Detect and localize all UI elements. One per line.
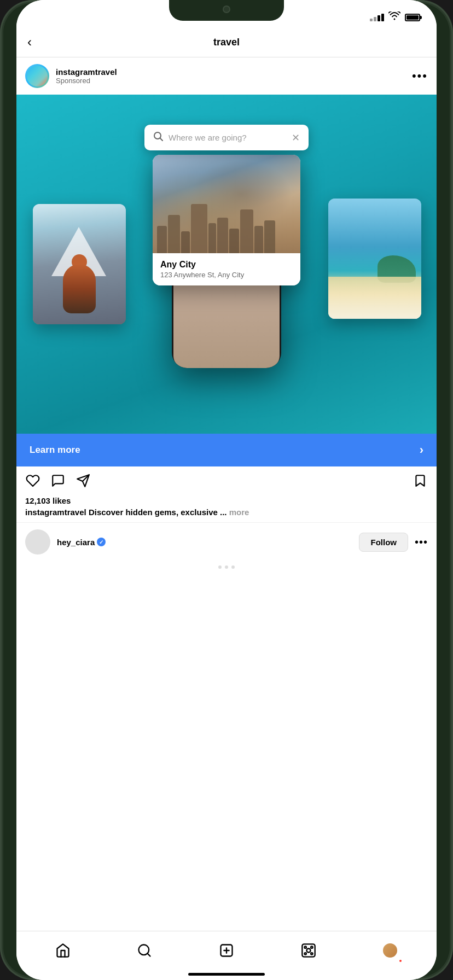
status-icons <box>370 11 420 23</box>
post-header: instagramtravel Sponsored ••• <box>16 57 437 95</box>
svg-point-10 <box>304 946 306 948</box>
post-image: Any City 123 Anywhere St, Any City Where… <box>16 95 437 434</box>
post-sponsored: Sponsored <box>56 77 412 85</box>
post-caption: instagramtravel Discover hidden gems, ex… <box>25 508 428 517</box>
post-username[interactable]: instagramtravel <box>56 67 412 77</box>
wifi-icon <box>388 11 400 23</box>
post-actions <box>16 466 437 495</box>
profile-avatar <box>382 942 398 959</box>
city-name: Any City <box>160 260 293 270</box>
nav-home[interactable] <box>49 937 77 964</box>
avatar <box>25 64 49 88</box>
svg-point-12 <box>304 953 306 955</box>
nav-profile[interactable] <box>376 937 404 964</box>
suggested-avatar <box>25 529 50 555</box>
nav-reels[interactable] <box>295 937 322 964</box>
phone-screen: ‹ travel instagramtravel Sponsored ••• <box>16 0 437 980</box>
comment-button[interactable] <box>50 473 66 488</box>
notch <box>169 0 284 21</box>
more-options-button[interactable]: ••• <box>415 536 428 549</box>
page-title: travel <box>213 37 240 48</box>
city-image <box>153 155 300 253</box>
learn-more-button[interactable]: Learn more › <box>16 434 437 466</box>
svg-rect-8 <box>302 944 315 956</box>
post-info: 12,103 likes instagramtravel Discover hi… <box>16 495 437 522</box>
phone-frame: ‹ travel instagramtravel Sponsored ••• <box>0 0 453 980</box>
svg-line-4 <box>148 953 150 956</box>
nav-header: ‹ travel <box>16 27 437 57</box>
dot-3 <box>231 565 235 569</box>
suggested-info: hey_ciara ✓ <box>57 538 359 547</box>
nav-search[interactable] <box>131 937 158 964</box>
clear-search-icon[interactable]: ✕ <box>292 132 300 144</box>
like-button[interactable] <box>25 473 40 488</box>
svg-point-11 <box>311 946 313 948</box>
learn-more-arrow-icon: › <box>420 443 423 457</box>
city-address: 123 Anywhere St, Any City <box>160 271 293 279</box>
caption-more[interactable]: more <box>227 508 249 517</box>
nav-add[interactable] <box>213 937 240 964</box>
search-icon <box>153 131 163 144</box>
profile-notification-dot <box>398 959 403 963</box>
suggested-user: hey_ciara ✓ Follow ••• <box>16 522 437 561</box>
dot-2 <box>225 565 228 569</box>
verified-badge: ✓ <box>97 538 106 546</box>
travel-card-left <box>33 204 126 324</box>
signal-icon <box>370 14 384 21</box>
follow-button[interactable]: Follow <box>359 533 408 552</box>
svg-point-9 <box>306 948 310 952</box>
card-info: Any City 123 Anywhere St, Any City <box>153 253 300 285</box>
battery-icon <box>405 14 420 21</box>
post-user-info: instagramtravel Sponsored <box>56 67 412 85</box>
dots-row <box>16 561 437 573</box>
likes-count: 12,103 likes <box>25 496 428 505</box>
bookmark-button[interactable] <box>413 473 428 488</box>
svg-point-0 <box>154 132 161 139</box>
suggested-username[interactable]: hey_ciara ✓ <box>57 538 359 547</box>
learn-more-label: Learn more <box>30 445 80 456</box>
share-button[interactable] <box>76 473 91 488</box>
travel-card-right <box>328 199 421 319</box>
post-more-button[interactable]: ••• <box>412 69 428 83</box>
camera <box>223 5 230 13</box>
caption-username[interactable]: instagramtravel <box>25 508 86 517</box>
caption-text: Discover hidden gems, exclusive ... <box>86 508 227 517</box>
action-icons-left <box>25 473 91 488</box>
search-bar[interactable]: Where we are going? ✕ <box>144 125 309 150</box>
home-indicator <box>188 973 265 976</box>
search-placeholder: Where we are going? <box>169 133 286 142</box>
back-button[interactable]: ‹ <box>27 34 32 50</box>
svg-point-13 <box>311 953 313 955</box>
travel-card-center: Any City 123 Anywhere St, Any City <box>153 155 300 285</box>
dot-1 <box>218 565 222 569</box>
